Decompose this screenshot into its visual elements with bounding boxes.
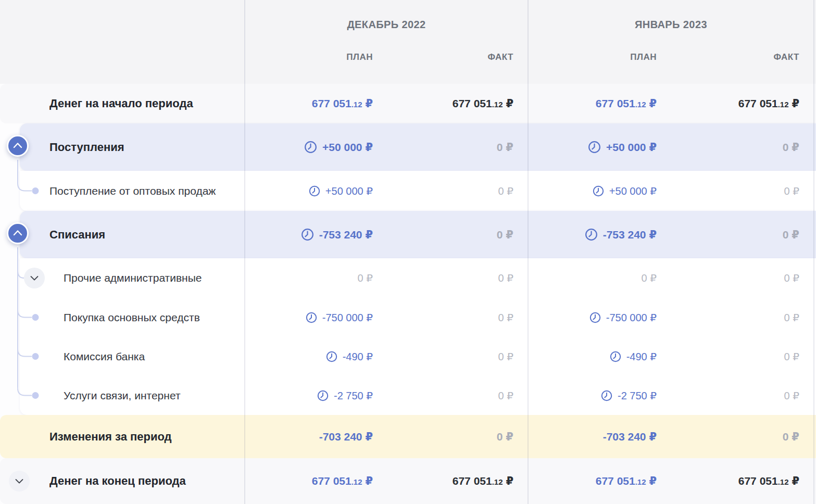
amount-value: +50 000 ₽ (322, 141, 373, 154)
row-label: Прочие административные (20, 272, 245, 284)
december-plan-cell: 677 051.12 ₽ (245, 475, 387, 487)
january-fact-cell: 0 ₽ (671, 350, 814, 363)
january-plan-cell[interactable]: -753 240 ₽ (528, 228, 671, 242)
amount-value: 0 ₽ (498, 185, 513, 197)
amount-value: 0 ₽ (498, 350, 513, 363)
december-fact-cell: 677 051.12 ₽ (387, 475, 528, 487)
row-label: Денег на конец периода (0, 474, 245, 488)
chevron-up-icon (11, 139, 24, 153)
row-expense-other-admin: Прочие административные0 ₽0 ₽0 ₽0 ₽ (20, 258, 816, 298)
amount-value: 0 ₽ (497, 229, 513, 241)
row-label: Поступления (20, 141, 245, 154)
amount-value: 677 051.12 ₽ (453, 97, 513, 110)
row-income: Поступления+50 000 ₽0 ₽+50 000 ₽0 ₽ (20, 123, 816, 171)
amount-value: 0 ₽ (783, 229, 799, 241)
section-group-expense: Списания-753 240 ₽0 ₽-753 240 ₽0 ₽Прочие… (20, 211, 816, 415)
december-fact-cell: 0 ₽ (387, 229, 528, 241)
amount-value: 0 ₽ (497, 141, 513, 154)
clock-icon (300, 228, 315, 242)
december-fact-cell: 677 051.12 ₽ (387, 97, 528, 110)
amount-value: 677 051.12 ₽ (738, 475, 799, 487)
amount-value: +50 000 ₽ (609, 185, 657, 197)
amount-value: 677 051.12 ₽ (312, 475, 373, 487)
table-body: Денег на начало периода677 051.12 ₽677 0… (0, 84, 816, 504)
amount-value: -490 ₽ (343, 350, 373, 363)
amount-value: 0 ₽ (497, 431, 513, 443)
january-plan-cell[interactable]: +50 000 ₽ (528, 185, 671, 197)
row-label: Изменения за период (0, 430, 245, 444)
row-label: Комиссия банка (20, 350, 245, 363)
table-header: ДЕКАБРЬ 2022 ЯНВАРЬ 2023 ПЛАН ФАКТ ПЛАН … (0, 0, 816, 84)
january-fact-cell: 0 ₽ (671, 185, 814, 197)
amount-value: 677 051.12 ₽ (453, 475, 513, 487)
row-label: Поступление от оптовых продаж (20, 185, 245, 197)
january-plan-cell[interactable]: -750 000 ₽ (528, 311, 671, 324)
chevron-up-icon (11, 226, 24, 240)
december-plan-cell[interactable]: +50 000 ₽ (245, 140, 387, 154)
row-expense: Списания-753 240 ₽0 ₽-753 240 ₽0 ₽ (20, 211, 816, 258)
column-header-fact: ФАКТ (671, 37, 814, 62)
amount-value: -750 000 ₽ (606, 311, 657, 324)
december-fact-cell: 0 ₽ (387, 431, 528, 443)
january-fact-cell: 0 ₽ (671, 431, 814, 443)
january-plan-cell: 0 ₽ (528, 272, 671, 284)
amount-value: -703 240 ₽ (603, 431, 657, 443)
january-plan-cell[interactable]: -490 ₽ (528, 350, 671, 363)
january-plan-cell[interactable]: -2 750 ₽ (528, 389, 671, 402)
column-header-fact: ФАКТ (387, 37, 528, 62)
month-header-december: ДЕКАБРЬ 2022 (245, 19, 528, 37)
clock-icon (308, 185, 321, 197)
december-plan-cell[interactable]: -753 240 ₽ (245, 228, 387, 242)
amount-value: 677 051.12 ₽ (596, 97, 657, 110)
january-plan-cell: 677 051.12 ₽ (528, 97, 671, 110)
december-fact-cell: 0 ₽ (387, 389, 528, 402)
row-label: Покупка основных средств (20, 311, 245, 324)
amount-value: 0 ₽ (784, 272, 799, 284)
row-closing: Денег на конец периода677 051.12 ₽677 05… (0, 458, 816, 504)
row-income-wholesale: Поступление от оптовых продаж+50 000 ₽0 … (20, 171, 816, 211)
row-delta: Изменения за период-703 240 ₽0 ₽-703 240… (0, 415, 816, 458)
amount-value: 0 ₽ (498, 389, 513, 402)
collapse-expense-section-button[interactable] (7, 222, 29, 244)
clock-icon (584, 228, 598, 242)
amount-value: 677 051.12 ₽ (738, 97, 799, 110)
expand-closing-row-button[interactable] (9, 471, 30, 492)
amount-value: -750 000 ₽ (322, 311, 373, 324)
amount-value: 0 ₽ (358, 272, 373, 284)
clock-icon (592, 185, 605, 197)
amount-value: -753 240 ₽ (603, 229, 657, 241)
december-plan-cell[interactable]: -2 750 ₽ (245, 389, 387, 402)
chevron-down-icon (13, 475, 26, 487)
december-fact-cell: 0 ₽ (387, 141, 528, 154)
january-fact-cell: 677 051.12 ₽ (671, 475, 814, 487)
december-fact-cell: 0 ₽ (387, 311, 528, 324)
row-opening: Денег на начало периода677 051.12 ₽677 0… (0, 84, 816, 123)
month-header-january: ЯНВАРЬ 2023 (528, 19, 814, 37)
clock-icon (609, 350, 622, 363)
january-fact-cell: 677 051.12 ₽ (671, 97, 814, 110)
amount-value: -490 ₽ (626, 350, 657, 363)
january-fact-cell: 0 ₽ (671, 141, 814, 154)
clock-icon (600, 389, 613, 402)
amount-value: -703 240 ₽ (319, 431, 373, 443)
amount-value: -2 750 ₽ (334, 389, 373, 402)
row-expense-bank-fee: Комиссия банка-490 ₽0 ₽-490 ₽0 ₽ (20, 337, 816, 376)
expand-other-admin-button[interactable] (24, 268, 45, 288)
collapse-income-section-button[interactable] (7, 135, 29, 157)
amount-value: 0 ₽ (498, 272, 513, 284)
december-plan-cell: -703 240 ₽ (245, 431, 387, 443)
december-plan-cell[interactable]: -750 000 ₽ (245, 311, 387, 324)
section-subrows-expense: Прочие административные0 ₽0 ₽0 ₽0 ₽Покуп… (20, 258, 816, 415)
january-plan-cell[interactable]: +50 000 ₽ (528, 140, 671, 154)
row-label: Услуги связи, интернет (20, 389, 245, 402)
january-fact-cell: 0 ₽ (671, 272, 814, 284)
amount-value: 0 ₽ (642, 272, 657, 284)
december-fact-cell: 0 ₽ (387, 185, 528, 197)
column-header-plan: ПЛАН (528, 37, 671, 62)
amount-value: 0 ₽ (784, 311, 799, 324)
clock-icon (587, 140, 601, 154)
section-group-income: Поступления+50 000 ₽0 ₽+50 000 ₽0 ₽Посту… (20, 123, 816, 211)
december-plan-cell[interactable]: -490 ₽ (245, 350, 387, 363)
december-plan-cell[interactable]: +50 000 ₽ (245, 185, 387, 197)
amount-value: 0 ₽ (783, 141, 799, 154)
